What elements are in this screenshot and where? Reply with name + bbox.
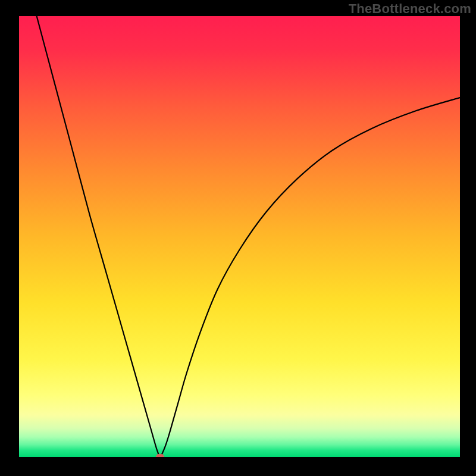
chart-frame: TheBottleneck.com [0,0,476,476]
plot-area [19,16,460,457]
minimum-marker-dot [156,454,164,457]
bottleneck-curve [19,16,460,457]
watermark-text: TheBottleneck.com [349,1,471,17]
